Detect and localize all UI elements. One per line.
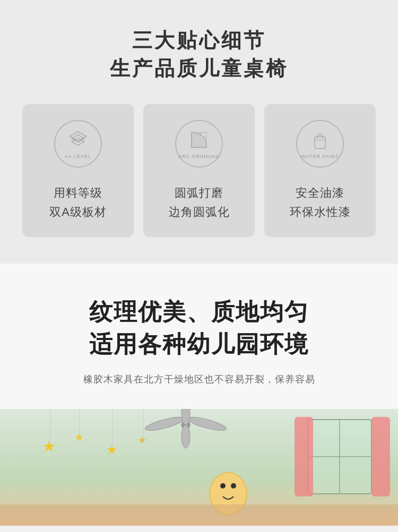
aa-level-icon (66, 128, 90, 152)
svg-text:★: ★ (138, 435, 146, 446)
section-title: 三大贴心细节 生产品质儿童桌椅 (16, 27, 382, 83)
card-text-paint-line2: 环保水性漆 (290, 203, 351, 221)
svg-marker-0 (70, 132, 86, 141)
svg-rect-23 (295, 417, 313, 496)
card-text-aa: 用料等级 双A级板材 (49, 184, 107, 221)
feature-card-arc-grinding: ARC GRINDING 圆弧打磨 边角圆弧化 (143, 104, 255, 237)
kindergarten-scene: ★ ★ ★ ★ (0, 409, 398, 526)
feature-card-water-paint: WATER PAINT 安全油漆 环保水性漆 (264, 104, 376, 237)
svg-point-19 (181, 425, 190, 448)
svg-text:★: ★ (42, 438, 56, 455)
water-paint-icon-circle: WATER PAINT (296, 120, 344, 168)
card-text-paint-line1: 安全油漆 (290, 184, 351, 202)
card-text-aa-line2: 双A级板材 (49, 203, 107, 221)
card-text-arc-line2: 边角圆弧化 (169, 203, 230, 221)
features-section: 三大贴心细节 生产品质儿童桌椅 AA LEVEL 用料等级 双A级板材 (0, 0, 398, 264)
aa-level-label: AA LEVEL (65, 154, 91, 159)
feature-cards-row: AA LEVEL 用料等级 双A级板材 (16, 104, 382, 237)
quality-title: 纹理优美、质地均匀 适用各种幼儿园环境 (21, 295, 377, 361)
quality-description: 橡胶木家具在北方干燥地区也不容易开裂，保养容易 (21, 371, 377, 388)
card-text-arc-line1: 圆弧打磨 (169, 184, 230, 202)
svg-rect-24 (371, 417, 390, 496)
quality-heading: 纹理优美、质地均匀 适用各种幼儿园环境 (21, 295, 377, 361)
water-paint-label: WATER PAINT (301, 154, 339, 159)
arc-grinding-icon-circle: ARC GRINDING (175, 120, 223, 168)
card-text-paint: 安全油漆 环保水性漆 (290, 184, 351, 221)
aa-level-icon-circle: AA LEVEL (54, 120, 102, 168)
svg-rect-36 (0, 504, 398, 526)
kindergarten-section: ★ ★ ★ ★ (0, 409, 398, 526)
svg-point-35 (231, 483, 236, 489)
water-paint-icon (308, 128, 332, 152)
card-text-arc: 圆弧打磨 边角圆弧化 (169, 184, 230, 221)
kindergarten-scene-svg: ★ ★ ★ ★ (0, 409, 398, 526)
quality-section: 纹理优美、质地均匀 适用各种幼儿园环境 橡胶木家具在北方干燥地区也不容易开裂，保… (0, 264, 398, 409)
title-line1: 三大贴心细节 生产品质儿童桌椅 (16, 27, 382, 83)
svg-text:★: ★ (74, 431, 84, 443)
svg-point-34 (220, 483, 226, 489)
feature-card-aa-level: AA LEVEL 用料等级 双A级板材 (22, 104, 134, 237)
arc-grinding-icon (187, 128, 211, 152)
svg-text:★: ★ (106, 442, 118, 457)
card-text-aa-line1: 用料等级 (49, 184, 107, 202)
arc-grinding-label: ARC GRINDING (178, 154, 220, 159)
